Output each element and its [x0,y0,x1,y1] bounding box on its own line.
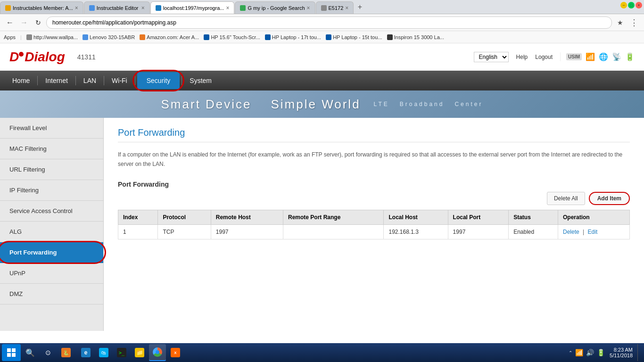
bookmark-5[interactable]: HP Laptop - 17t tou... [265,34,321,40]
cell-local-host: 192.168.1.3 [384,224,448,239]
address-input[interactable] [46,16,612,29]
col-remote-host: Remote Host [211,210,283,224]
bookmark-4[interactable]: HP 15.6" Touch-Scr... [204,34,260,40]
router-nav: Home Internet LAN Wi-Fi Security System [0,71,644,90]
taskbar-app-xampp[interactable]: X [167,344,184,361]
sidebar-item-firewall[interactable]: Firewall Level [0,118,103,139]
help-link[interactable]: Help [516,54,528,60]
col-remote-port-range: Remote Port Range [283,210,384,224]
cell-remote-port-range [283,224,384,239]
tab-close-icon[interactable]: × [75,5,78,11]
taskbar-icon-search[interactable]: 🔍 [22,344,39,361]
tab-close-icon[interactable]: × [307,5,310,11]
cell-index: 1 [118,224,158,239]
svg-rect-2 [7,353,11,357]
col-status: Status [509,210,558,224]
taskbar-app-folder[interactable]: 📁 [131,344,148,361]
taskbar-app-ie[interactable]: e [77,344,94,361]
delete-link[interactable]: Delete [563,229,579,235]
battery-icon: 🔋 [625,52,635,61]
nav-item-security[interactable]: Security [137,72,180,89]
taskbar: 🔍 ⊙ 🐍 e 🛍 >_ 📁 X ⌃ 📶 🔊 🔋 8:23 AM 5/11/20… [0,343,644,362]
bookmark-7[interactable]: Inspiron 15 3000 La... [387,34,444,40]
bookmark-btn[interactable]: ★ [614,16,626,29]
model-number: 41311 [77,53,96,61]
bookmark-3[interactable]: Amazon.com: Acer A... [140,34,199,40]
taskbar-app-cmd[interactable]: >_ [113,344,130,361]
svg-rect-0 [7,348,11,352]
tab-active[interactable]: localhost:1997/myprogra... × [150,1,235,14]
description: If a computer on the LAN is enabled for … [118,150,630,169]
menu-btn[interactable]: ⋮ [628,16,640,29]
taskbar-app-snake[interactable]: 🐍 [58,344,76,361]
edit-link[interactable]: Edit [588,229,598,235]
tab-label: G my ip - Google Search [248,5,305,11]
nav-separator [135,76,135,85]
bookmark-apps[interactable]: Apps [4,34,16,40]
reload-btn[interactable]: ↻ [32,16,44,29]
taskbar-icon-cortana[interactable]: ⊙ [40,344,57,361]
tab[interactable]: G my ip - Google Search × [235,1,315,14]
content-panel: Port Forwarding If a computer on the LAN… [104,118,644,331]
section-title: Port Forwarding [118,181,169,188]
browser-titlebar: − □ × Instructables Member: A... × Instr… [0,0,644,14]
bookmark-2[interactable]: Lenovo 320-15ABR [83,34,135,40]
bookmark-6[interactable]: HP Laptop - 15t tou... [326,34,382,40]
maximize-btn[interactable]: □ [628,2,635,8]
section-header: Port Forwarding [118,181,630,188]
col-local-port: Local Port [448,210,509,224]
nav-item-lan[interactable]: LAN [76,71,104,90]
hero-banner: Smart Device Simple World LTE Broadband … [0,90,644,118]
cell-protocol: TCP [158,224,211,239]
close-btn[interactable]: × [636,2,642,8]
forward-btn[interactable]: → [18,16,30,29]
minimize-btn[interactable]: − [620,2,627,8]
sidebar-item-upnp[interactable]: UPnP [0,263,103,284]
action-row: Delete All Add Item [118,192,630,205]
new-tab-btn[interactable]: + [354,1,365,13]
start-button[interactable] [2,344,21,361]
delete-all-btn[interactable]: Delete All [547,192,585,205]
taskbar-app-chrome[interactable] [149,344,166,361]
tab-close-icon[interactable]: × [345,5,348,11]
add-item-btn[interactable]: Add Item [589,192,630,205]
bookmark-1[interactable]: http://www.wallpa... [26,34,78,40]
hero-main: Smart Device Simple World [161,97,361,112]
sidebar-item-url-filtering[interactable]: URL Filtering [0,159,103,180]
svg-rect-3 [12,353,16,357]
tab[interactable]: E5172 × [316,1,354,14]
tab[interactable]: Instructables Member: A... × [0,1,83,14]
sidebar-item-service-access[interactable]: Service Access Control [0,201,103,222]
tab-close-icon[interactable]: × [226,5,229,11]
tab-label: Instructable Editor [97,5,140,11]
tab-label: Instructables Member: A... [13,5,73,11]
port-forwarding-table: Index Protocol Remote Host Remote Port R… [118,210,630,239]
show-desktop-btn[interactable] [637,344,640,361]
tab[interactable]: Instructable Editor × [84,1,150,14]
signal-icon: 📶 [586,52,595,61]
nav-item-home[interactable]: Home [5,71,37,90]
router-logo: D Dialog [9,49,65,65]
back-btn[interactable]: ← [4,16,16,29]
sidebar-item-dmz[interactable]: DMZ [0,284,103,304]
sidebar-item-port-forwarding[interactable]: Port Forwarding [0,242,103,263]
table-row: 1 TCP 1997 192.168.1.3 1997 Enabled Dele… [118,224,630,239]
wifi-icon: 📡 [612,52,621,61]
tab-label: E5172 [329,5,344,11]
tray-volume: 🔊 [586,349,594,356]
tab-close-icon[interactable]: × [141,5,145,11]
cell-operation[interactable]: Delete | Edit [558,224,630,239]
taskbar-app-store[interactable]: 🛍 [95,344,112,361]
nav-item-system[interactable]: System [182,71,219,90]
language-select[interactable]: English [474,52,509,62]
tray-arrow[interactable]: ⌃ [569,350,572,355]
sidebar-item-ip-filtering[interactable]: IP Filtering [0,180,103,201]
col-index: Index [118,210,158,224]
status-icons: USIM 📶 🌐 📡 🔋 [560,52,635,61]
logout-link[interactable]: Logout [535,54,553,60]
nav-item-internet[interactable]: Internet [38,71,75,90]
tab-label: localhost:1997/myprogra... [163,5,224,11]
nav-item-wifi[interactable]: Wi-Fi [104,71,135,90]
sidebar-item-mac-filtering[interactable]: MAC Filtering [0,139,103,159]
sidebar-item-alg[interactable]: ALG [0,222,103,242]
